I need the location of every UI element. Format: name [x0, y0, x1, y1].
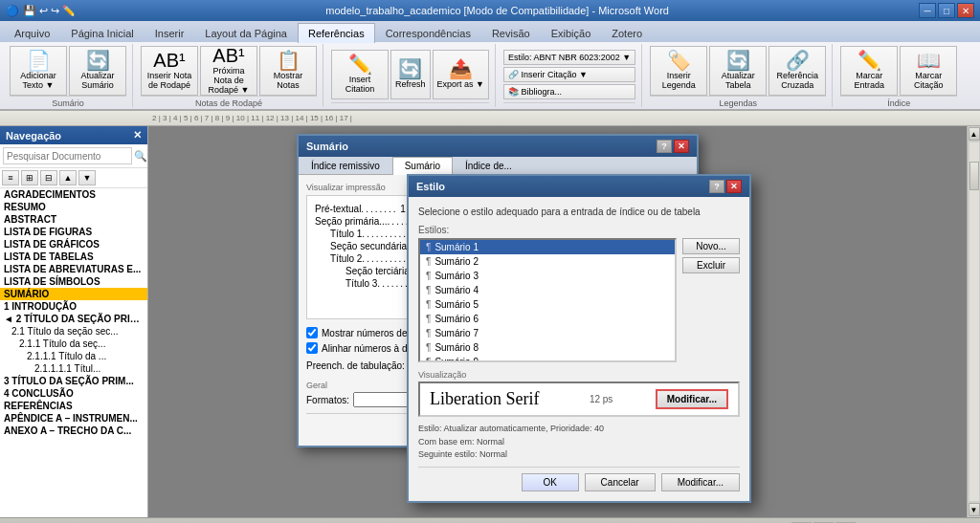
entrada-label: Marcar Entrada — [845, 72, 893, 91]
scroll-down-btn[interactable]: ▼ — [969, 503, 980, 516]
nav-item-apendice[interactable]: APÊNDICE A – INSTRUMEN... — [0, 412, 147, 425]
nav-item-211[interactable]: 2.1.1 Título da seç... — [0, 338, 147, 350]
nav-arrow-up[interactable]: ▲ — [59, 170, 77, 185]
nav-item-2111[interactable]: 2.1.1.1 Título da ... — [0, 350, 147, 362]
estilo-icon-6: ¶ — [426, 314, 431, 324]
window-controls[interactable]: ─ □ ✕ — [919, 3, 974, 18]
export-button[interactable]: 📤 Export as ▼ — [433, 50, 489, 99]
nav-item-referencias[interactable]: REFERÊNCIAS — [0, 400, 147, 412]
estilo-modificar2-btn[interactable]: Modificar... — [661, 473, 740, 491]
maximize-button[interactable]: □ — [938, 3, 955, 18]
nav-header: Navegação ✕ — [0, 126, 147, 144]
atualizar-sumario-button[interactable]: 🔄 Atualizar Sumário — [69, 46, 126, 96]
proxima-nota-button[interactable]: AB¹ Próxima Nota de Rodapé ▼ — [200, 46, 257, 96]
estilo-name-7: Sumário 7 — [434, 328, 479, 338]
estilo-cancelar-btn[interactable]: Cancelar — [585, 473, 656, 491]
nav-item-abreviaturas[interactable]: LISTA DE ABREVIATURAS E... — [0, 263, 147, 275]
nav-item-21[interactable]: 2.1 Título da seção sec... — [0, 325, 147, 338]
nav-item-conclusao[interactable]: 4 CONCLUSÃO — [0, 387, 147, 400]
tab-referencias[interactable]: Referências — [298, 23, 375, 43]
tab-indice-remissivo[interactable]: Índice remissivo — [299, 157, 392, 174]
tab-layout[interactable]: Layout da Página — [194, 23, 298, 42]
tab-zotero[interactable]: Zotero — [601, 23, 653, 42]
scroll-up-btn[interactable]: ▲ — [969, 127, 980, 141]
sumario-close-btn[interactable]: ✕ — [674, 140, 689, 153]
nav-item-tabelas[interactable]: LISTA DE TABELAS — [0, 251, 147, 263]
estilo-title-text: Estilo — [416, 181, 445, 192]
atualizar-tabela-button[interactable]: 🔄 Atualizar Tabela — [709, 46, 767, 96]
nav-tool-1[interactable]: ≡ — [2, 170, 19, 185]
estilo-help-btn[interactable]: ? — [709, 180, 724, 193]
bibliography-btn[interactable]: 📚 Bibliogra... — [503, 84, 635, 99]
search-input[interactable] — [3, 147, 132, 164]
tab-revisao[interactable]: Revisão — [481, 23, 541, 42]
tab-arquivo[interactable]: Arquivo — [4, 23, 60, 42]
inserir-legenda-button[interactable]: 🏷️ Inserir Legenda — [650, 46, 707, 96]
adicionar-texto-label: Adicionar Texto ▼ — [14, 72, 62, 91]
estilo-item-9[interactable]: ¶ Sumário 9 — [420, 355, 675, 362]
minimize-button[interactable]: ─ — [919, 3, 936, 18]
estilo-item-6[interactable]: ¶ Sumário 6 — [420, 312, 675, 326]
legenda-label: Inserir Legenda — [655, 72, 702, 91]
estilo-close-btn[interactable]: ✕ — [726, 180, 742, 193]
nav-item-graficos[interactable]: LISTA DE GRÁFICOS — [0, 238, 147, 251]
novo-btn[interactable]: Novo... — [682, 238, 740, 254]
nav-item-resumo[interactable]: RESUMO — [0, 201, 147, 213]
nav-arrow-down[interactable]: ▼ — [78, 170, 96, 185]
title-bar-left: 🔵 💾 ↩ ↪ ✏️ — [6, 5, 76, 17]
inserir-nota-label: Inserir Nota de Rodapé — [145, 72, 193, 91]
excluir-btn[interactable]: Excluir — [682, 257, 740, 273]
nav-item-2[interactable]: ◄ 2 TÍTULO DA SEÇÃO PRIM... — [0, 313, 147, 325]
estilo-info-seguinte: Seguinte estilo: Normal — [418, 448, 740, 461]
nav-item-abstract[interactable]: ABSTRACT — [0, 213, 147, 226]
estilo-item-4[interactable]: ¶ Sumário 4 — [420, 283, 675, 297]
marcar-entrada-button[interactable]: ✏️ Marcar Entrada — [840, 46, 898, 96]
checkbox-alinhar-numeros[interactable] — [306, 342, 318, 354]
ribbon-group-citation: ✏️ Insert Citation 🔄 Refresh 📤 Export as… — [325, 44, 496, 107]
tab-sumario[interactable]: Sumário — [392, 157, 453, 175]
estilo-item-1[interactable]: ¶ Sumário 1 — [420, 240, 675, 254]
close-button[interactable]: ✕ — [957, 3, 974, 18]
estilo-item-3[interactable]: ¶ Sumário 3 — [420, 269, 675, 283]
refresh-button[interactable]: 🔄 Refresh — [390, 50, 431, 99]
nav-item-intro[interactable]: 1 INTRODUÇÃO — [0, 300, 147, 313]
adicionar-texto-button[interactable]: 📄 Adicionar Texto ▼ — [10, 46, 67, 96]
nav-tool-3[interactable]: ⊟ — [40, 170, 57, 185]
formatos-label: Formatos: — [306, 395, 349, 405]
estilo-item-7[interactable]: ¶ Sumário 7 — [420, 326, 675, 340]
checkbox-mostrar-numeros[interactable] — [306, 327, 318, 338]
inserir-nota-button[interactable]: AB¹ Inserir Nota de Rodapé — [141, 46, 198, 96]
mostrar-notas-button[interactable]: 📋 Mostrar Notas — [259, 46, 317, 96]
estilo-item-8[interactable]: ¶ Sumário 8 — [420, 340, 675, 355]
nav-close-icon[interactable]: ✕ — [133, 129, 142, 142]
insert-citation-button[interactable]: ✏️ Insert Citation — [331, 50, 389, 99]
estilo-btn[interactable]: Estilo: ABNT NBR 6023:2002 ▼ — [503, 50, 635, 65]
estilo-ok-btn[interactable]: OK — [522, 473, 579, 491]
referencia-cruzada-button[interactable]: 🔗 Referência Cruzada — [768, 46, 826, 96]
scroll-thumb[interactable] — [969, 162, 979, 190]
scroll-track — [969, 142, 980, 502]
nav-item-figuras[interactable]: LISTA DE FIGURAS — [0, 226, 147, 238]
estilo-item-5[interactable]: ¶ Sumário 5 — [420, 297, 675, 312]
nav-item-anexo[interactable]: ANEXO A – TRECHO DA C... — [0, 425, 147, 437]
estilo-item-2[interactable]: ¶ Sumário 2 — [420, 254, 675, 269]
referencia-label: Referência Cruzada — [773, 72, 821, 91]
tab-exibicao[interactable]: Exibição — [541, 23, 602, 42]
sumario-help-btn[interactable]: ? — [657, 140, 672, 153]
scrollbar-right[interactable]: ▲ ▼ — [967, 126, 980, 517]
nav-item-3[interactable]: 3 TÍTULO DA SEÇÃO PRIM... — [0, 375, 147, 387]
tab-inserir[interactable]: Inserir — [145, 23, 195, 42]
indice-group-label: Índice — [840, 96, 957, 108]
nav-tool-2[interactable]: ⊞ — [21, 170, 38, 185]
tab-pagina-inicial[interactable]: Página Inicial — [60, 23, 144, 42]
search-icon[interactable]: 🔍 — [134, 150, 147, 163]
nav-item-simbolos[interactable]: LISTA DE SÍMBOLOS — [0, 275, 147, 288]
nav-item-sumario[interactable]: SUMÁRIO — [0, 288, 147, 300]
tab-correspondencias[interactable]: Correspondências — [375, 23, 481, 42]
nav-item-agradecimentos[interactable]: AGRADECIMENTOS — [0, 188, 147, 201]
inserir-citacao-btn[interactable]: 🔗 Inserir Citação ▼ — [503, 67, 635, 82]
preview-modificar-btn[interactable]: Modificar... — [656, 389, 728, 409]
tab-indice-ilustracoes[interactable]: Índice de... — [453, 157, 524, 174]
marcar-citacao-button[interactable]: 📖 Marcar Citação — [900, 46, 957, 96]
nav-item-21111[interactable]: 2.1.1.1.1 Títul... — [0, 362, 147, 375]
